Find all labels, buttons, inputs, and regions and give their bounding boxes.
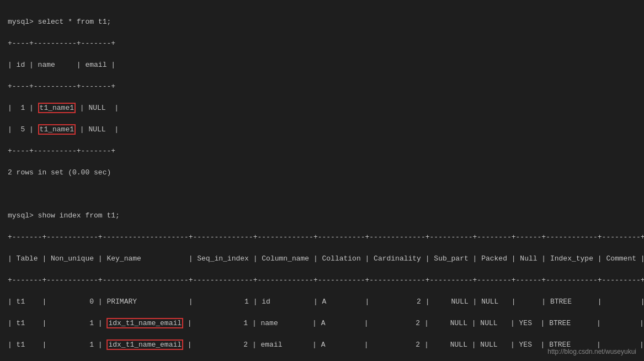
line-7: +----+----------+-------+ (8, 146, 636, 157)
line-blank1 (8, 189, 636, 200)
line-2: +----+----------+-------+ (8, 38, 636, 49)
line-14: | t1 | 0 | PRIMARY | 1 | id | A | 2 | NU… (8, 296, 636, 307)
line-16: | t1 | 1 | idx_t1_name_email | 2 | email… (8, 339, 636, 351)
line-3: | id | name | email | (8, 60, 636, 71)
line-12: | Table | Non_unique | Key_name | Seq_in… (8, 253, 636, 264)
line-1: mysql> select * from t1; (8, 17, 636, 28)
line-6: | 5 | t1_name1 | NULL | (8, 124, 636, 135)
highlight-name2: t1_name1 (38, 124, 76, 135)
highlight-name1: t1_name1 (38, 103, 76, 113)
highlight-idx2: idx_t1_name_email (107, 339, 183, 350)
terminal-output: mysql> select * from t1; +----+---------… (8, 6, 636, 361)
line-15: | t1 | 1 | idx_t1_name_email | 1 | name … (8, 318, 636, 329)
watermark: http://blog.csdn.net/wuseyukui (547, 348, 636, 355)
highlight-idx1: idx_t1_name_email (107, 318, 183, 328)
line-4: +----+----------+-------+ (8, 81, 636, 92)
line-10: mysql> show index from t1; (8, 210, 636, 221)
line-8: 2 rows in set (0.00 sec) (8, 167, 636, 178)
line-5: | 1 | t1_name1 | NULL | (8, 103, 636, 114)
line-11: +-------+------------+------------------… (8, 232, 636, 243)
line-13: +-------+------------+------------------… (8, 275, 636, 286)
